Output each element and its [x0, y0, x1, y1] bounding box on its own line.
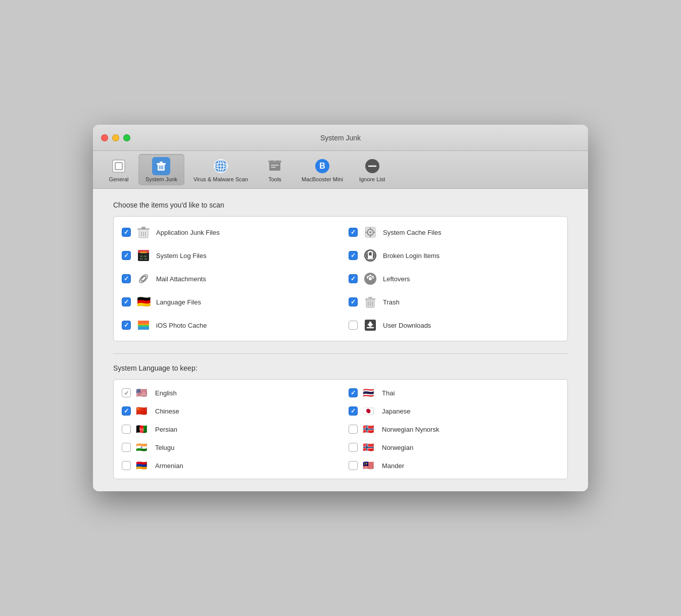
label-ios-photo: iOS Photo Cache [156, 322, 207, 329]
main-content: Choose the items you'd like to scan [93, 189, 588, 491]
svg-rect-39 [138, 321, 149, 324]
checkbox-broken-login[interactable] [349, 251, 358, 260]
svg-point-36 [140, 276, 147, 282]
close-button[interactable] [101, 134, 108, 141]
svg-rect-19 [271, 167, 276, 168]
scan-item-app-junk: Application Junk Files [114, 221, 340, 244]
scan-item-trash: Trash [340, 290, 567, 314]
macbooster-mini-icon: B [313, 157, 331, 175]
svg-rect-3 [157, 163, 166, 165]
toolbar-item-ignore-list[interactable]: Ignore List [352, 154, 392, 185]
label-sys-log: System Log Files [156, 252, 207, 260]
flag-norwegian-nynorsk: 🇳🇴 [363, 424, 377, 434]
scan-item-ios-photo: iOS Photo Cache [114, 314, 340, 337]
ignore-list-icon [363, 157, 381, 175]
system-junk-icon [152, 157, 170, 175]
scan-items-box: Application Junk Files WARN 07:38 SYS LO… [113, 216, 568, 341]
checkbox-persian[interactable] [122, 425, 131, 434]
checkbox-english[interactable] [122, 388, 131, 397]
lang-item-norwegian: 🇳🇴 Norwegian [340, 438, 567, 456]
checkbox-leftovers[interactable] [349, 274, 358, 283]
toolbar-label-system-junk: System Junk [145, 176, 177, 182]
checkbox-norwegian[interactable] [349, 443, 358, 452]
flag-persian: 🇦🇫 [136, 424, 150, 434]
lang-item-armenian: 🇦🇲 Armenian [114, 456, 340, 475]
checkbox-sys-log[interactable] [122, 251, 131, 260]
window-controls [101, 134, 130, 141]
app-junk-icon [136, 225, 151, 240]
scan-item-broken-login: Broken Login Items [340, 244, 567, 267]
checkbox-mail-attach[interactable] [122, 274, 131, 283]
broken-login-icon [363, 248, 378, 263]
scan-item-leftovers: Leftovers [340, 267, 567, 290]
section-divider [113, 353, 568, 354]
svg-rect-43 [138, 324, 149, 325]
checkbox-norwegian-nynorsk[interactable] [349, 425, 358, 434]
toolbar-label-tools: Tools [268, 176, 281, 182]
svg-point-35 [138, 273, 149, 284]
svg-rect-18 [271, 165, 279, 166]
svg-rect-16 [271, 161, 273, 162]
checkbox-app-junk[interactable] [122, 228, 131, 237]
label-chinese: Chinese [155, 407, 179, 415]
label-user-downloads: User Downloads [383, 322, 431, 329]
svg-rect-0 [113, 160, 125, 172]
leftovers-icon [363, 271, 378, 286]
checkbox-telugu[interactable] [122, 443, 131, 452]
lang-item-thai: 🇹🇭 Thai [340, 384, 567, 402]
checkbox-user-downloads[interactable] [349, 321, 358, 330]
sys-log-icon: WARN 07:38 SYS LOG [136, 248, 151, 263]
language-section-title: System Language to keep: [113, 364, 568, 372]
toolbar-item-virus-malware[interactable]: Virus & Malware Scan [186, 154, 255, 185]
toolbar-item-general[interactable]: General [101, 154, 136, 185]
toolbar-item-tools[interactable]: Tools [257, 154, 293, 185]
toolbar-label-general: General [109, 176, 128, 182]
checkbox-mander[interactable] [349, 461, 358, 470]
ios-photo-icon [136, 318, 151, 333]
label-norwegian: Norwegian [382, 444, 413, 451]
main-window: System Junk General [93, 125, 588, 491]
label-norwegian-nynorsk: Norwegian Nynorsk [382, 426, 439, 433]
lang-item-english: 🇺🇸 English [114, 384, 340, 402]
checkbox-sys-cache[interactable] [349, 228, 358, 237]
lang-item-chinese: 🇨🇳 Chinese [114, 402, 340, 420]
svg-text:WARN: WARN [140, 251, 147, 254]
lang-files-icon: 🇩🇪 [136, 294, 151, 310]
lang-item-japanese: 🇯🇵 Japanese [340, 402, 567, 420]
maximize-button[interactable] [123, 134, 130, 141]
svg-rect-17 [277, 161, 278, 162]
checkbox-japanese[interactable] [349, 406, 358, 416]
tools-icon [266, 157, 284, 175]
svg-rect-14 [269, 162, 280, 171]
flag-english: 🇺🇸 [136, 388, 150, 398]
checkbox-chinese[interactable] [122, 406, 131, 416]
label-mail-attach: Mail Attachments [156, 275, 206, 283]
checkbox-thai[interactable] [349, 388, 358, 397]
checkbox-lang-files[interactable] [122, 297, 131, 306]
flag-chinese: 🇨🇳 [136, 406, 150, 416]
toolbar-item-system-junk[interactable]: System Junk [138, 154, 184, 185]
svg-point-55 [369, 277, 372, 280]
label-lang-files: Language Files [156, 298, 201, 306]
scan-item-lang-files: 🇩🇪 Language Files [114, 290, 340, 314]
label-sys-cache: System Cache Files [383, 229, 442, 236]
toolbar: General System Junk [93, 151, 588, 189]
minimize-button[interactable] [112, 134, 119, 141]
lang-items-right: 🇹🇭 Thai 🇯🇵 Japanese 🇳🇴 Norwegian Nynorsk… [340, 384, 567, 475]
toolbar-label-ignore-list: Ignore List [359, 176, 385, 182]
flag-armenian: 🇦🇲 [136, 460, 150, 471]
lang-item-telugu: 🇮🇳 Telugu [114, 438, 340, 456]
scan-section-title: Choose the items you'd like to scan [113, 201, 568, 209]
label-trash: Trash [383, 298, 400, 306]
scan-item-mail-attach: Mail Attachments [114, 267, 340, 290]
svg-rect-58 [368, 297, 372, 298]
checkbox-trash[interactable] [349, 297, 358, 306]
toolbar-item-macbooster-mini[interactable]: B MacBooster Mini [295, 154, 350, 185]
label-app-junk: Application Junk Files [156, 229, 220, 236]
svg-rect-15 [268, 161, 281, 163]
flag-telugu: 🇮🇳 [136, 442, 150, 452]
user-downloads-icon [363, 318, 378, 333]
checkbox-ios-photo[interactable] [122, 321, 131, 330]
label-persian: Persian [155, 426, 177, 433]
checkbox-armenian[interactable] [122, 461, 131, 470]
